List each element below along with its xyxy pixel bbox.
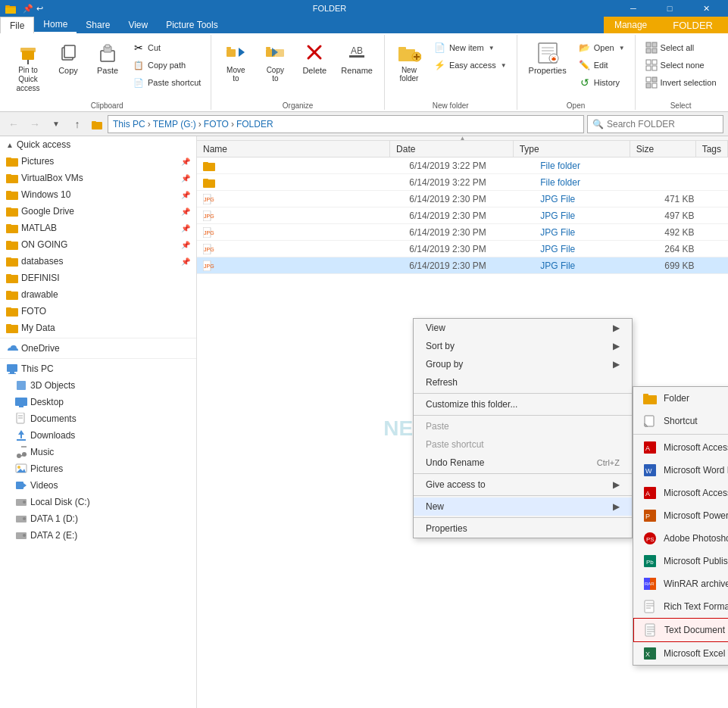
- forward-button[interactable]: →: [26, 115, 44, 133]
- table-row[interactable]: JPG 6/14/2019 2:30 PM JPG File 497 KB: [197, 207, 728, 224]
- sidebar-item-desktop[interactable]: Desktop: [0, 394, 196, 410]
- copy-path-button[interactable]: 📋 Copy path: [129, 57, 205, 73]
- sidebar-item-pictures2[interactable]: Pictures: [0, 460, 196, 477]
- invert-selection-button[interactable]: Invert selection: [642, 74, 720, 91]
- maximize-button[interactable]: □: [652, 0, 687, 17]
- pin-quick-access-button[interactable]: Pin to Quickaccess: [9, 36, 47, 97]
- quick-access-header[interactable]: ▲ Quick access: [0, 136, 196, 153]
- tab-manage[interactable]: Manage: [604, 17, 658, 33]
- col-header-type[interactable]: Type: [514, 141, 630, 158]
- recent-locations-button[interactable]: ▼: [47, 115, 65, 133]
- sidebar-item-documents[interactable]: Documents: [0, 410, 196, 427]
- select-none-button[interactable]: Select none: [642, 57, 720, 73]
- tab-picture-tools[interactable]: Picture Tools: [157, 17, 227, 33]
- copy-button[interactable]: Copy: [50, 36, 86, 79]
- table-row[interactable]: JPG 6/14/2019 2:30 PM JPG File 264 KB: [197, 241, 728, 257]
- sub-excel[interactable]: X Microsoft Excel Worksheet: [633, 642, 728, 665]
- close-button[interactable]: ✕: [689, 0, 723, 17]
- path-this-pc[interactable]: This PC: [113, 119, 145, 129]
- sidebar-item-onedrive[interactable]: OneDrive: [0, 340, 196, 357]
- up-button[interactable]: ↑: [68, 115, 86, 133]
- move-to-button[interactable]: Moveto: [217, 36, 254, 86]
- sub-access-db[interactable]: A Microsoft Access Database: [633, 436, 728, 459]
- paste-button[interactable]: Paste: [89, 36, 126, 79]
- properties-button[interactable]: Properties: [523, 36, 572, 79]
- ctx-new[interactable]: New ▶: [414, 497, 632, 516]
- ctx-undo-rename[interactable]: Undo Rename Ctrl+Z: [414, 454, 632, 472]
- sidebar-item-databases[interactable]: databases 📌: [0, 253, 196, 270]
- history-button[interactable]: ↺ History: [575, 74, 629, 91]
- col-header-size[interactable]: Size: [630, 141, 696, 158]
- new-folder-button[interactable]: Newfolder: [391, 36, 427, 86]
- sub-access-db2[interactable]: A Microsoft Access Database: [633, 482, 728, 504]
- sidebar-item-downloads[interactable]: Downloads: [0, 427, 196, 444]
- tab-file[interactable]: File: [0, 17, 34, 33]
- table-row[interactable]: JPG 6/14/2019 2:30 PM JPG File 492 KB: [197, 224, 728, 241]
- sidebar-item-googledrive[interactable]: Google Drive 📌: [0, 203, 196, 220]
- sidebar-item-virtualbox[interactable]: VirtualBox VMs 📌: [0, 170, 196, 186]
- sidebar-item-mydata[interactable]: My Data: [0, 320, 196, 336]
- address-path[interactable]: This PC › TEMP (G:) › FOTO › FOLDER: [108, 115, 584, 133]
- sidebar-item-data1[interactable]: DATA 1 (D:): [0, 510, 196, 527]
- sidebar-item-music[interactable]: Music: [0, 444, 196, 460]
- sub-winrar[interactable]: RAR WinRAR archive: [633, 572, 728, 595]
- sub-word-doc[interactable]: W Microsoft Word Document: [633, 459, 728, 482]
- sidebar-item-drawable[interactable]: drawable: [0, 286, 196, 303]
- sidebar-item-this-pc[interactable]: This PC: [0, 360, 196, 377]
- sidebar-item-pictures[interactable]: Pictures 📌: [0, 153, 196, 170]
- table-row[interactable]: 6/14/2019 3:22 PM File folder: [197, 174, 728, 191]
- table-row[interactable]: 6/14/2019 3:22 PM File folder: [197, 158, 728, 174]
- sidebar-item-definisi[interactable]: DEFINISI: [0, 270, 196, 286]
- sub-photoshop[interactable]: PS Adobe Photoshop Image 13: [633, 527, 728, 550]
- path-foto[interactable]: FOTO: [204, 119, 229, 129]
- sidebar-item-local-disk-c[interactable]: Local Disk (C:): [0, 494, 196, 510]
- ctx-refresh[interactable]: Refresh: [414, 373, 632, 391]
- sub-txt[interactable]: Text Document: [633, 618, 728, 642]
- rename-button[interactable]: AB Rename: [336, 36, 378, 79]
- svg-rect-52: [6, 191, 11, 193]
- tab-view[interactable]: View: [119, 17, 157, 33]
- sidebar-item-ongoing[interactable]: ON GOING 📌: [0, 236, 196, 253]
- path-temp[interactable]: TEMP (G:): [153, 119, 196, 129]
- ctx-give-access[interactable]: Give access to ▶: [414, 476, 632, 494]
- sidebar-item-3dobjects[interactable]: 3D Objects: [0, 377, 196, 394]
- open-button[interactable]: 📂 Open ▼: [575, 39, 629, 56]
- path-folder[interactable]: FOLDER: [236, 119, 273, 129]
- col-header-tags[interactable]: Tags: [696, 141, 728, 158]
- sidebar-item-foto[interactable]: FOTO: [0, 303, 196, 320]
- sidebar-item-windows10[interactable]: Windows 10 📌: [0, 186, 196, 203]
- ribbon-group-organize: Moveto Copyto: [211, 35, 385, 110]
- sidebar-item-matlab[interactable]: MATLAB 📌: [0, 220, 196, 236]
- easy-access-button[interactable]: ⚡ Easy access ▼: [430, 57, 511, 73]
- minimize-button[interactable]: ─: [616, 0, 651, 17]
- sub-shortcut[interactable]: Shortcut: [633, 410, 728, 432]
- col-header-name[interactable]: Name: [197, 141, 390, 158]
- ctx-group-by[interactable]: Group by ▶: [414, 355, 632, 373]
- back-button[interactable]: ←: [5, 115, 23, 133]
- paste-shortcut-button[interactable]: 📄 Paste shortcut: [129, 74, 205, 91]
- new-item-button[interactable]: 📄 New item ▼: [430, 39, 511, 56]
- cut-button[interactable]: ✂ Cut: [129, 39, 205, 56]
- sidebar-item-videos[interactable]: Videos: [0, 477, 196, 494]
- search-input[interactable]: [607, 119, 718, 129]
- col-header-date[interactable]: Date: [390, 141, 514, 158]
- sidebar-item-data2[interactable]: DATA 2 (E:): [0, 527, 196, 544]
- sub-rtf[interactable]: Rich Text Format: [633, 595, 728, 618]
- search-box[interactable]: 🔍: [587, 115, 723, 133]
- select-all-button[interactable]: Select all: [642, 39, 720, 56]
- edit-button[interactable]: ✏️ Edit: [575, 57, 629, 73]
- sub-ppt[interactable]: P Microsoft PowerPoint Presentation: [633, 504, 728, 527]
- table-row[interactable]: JPG 6/14/2019 2:30 PM JPG File 471 KB: [197, 191, 728, 207]
- copy-to-button[interactable]: Copyto: [257, 36, 293, 86]
- table-row[interactable]: JPG 6/14/2019 2:30 PM JPG File 699 KB: [197, 257, 728, 274]
- tab-share[interactable]: Share: [77, 17, 119, 33]
- sub-folder[interactable]: Folder: [633, 387, 728, 410]
- ctx-properties[interactable]: Properties: [414, 519, 632, 538]
- ctx-sort-by[interactable]: Sort by ▶: [414, 337, 632, 355]
- paste-label: Paste: [97, 66, 118, 75]
- ctx-customize[interactable]: Customize this folder...: [414, 395, 632, 413]
- tab-home[interactable]: Home: [34, 17, 77, 33]
- sub-publisher[interactable]: Pb Microsoft Publisher Document: [633, 550, 728, 572]
- delete-button[interactable]: Delete: [296, 36, 333, 79]
- ctx-view[interactable]: View ▶: [414, 319, 632, 337]
